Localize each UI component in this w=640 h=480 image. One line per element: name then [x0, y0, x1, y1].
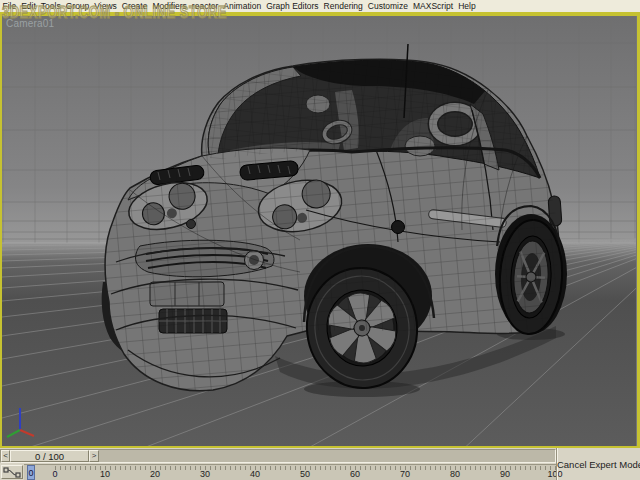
menu-item-edit[interactable]: Edit	[19, 1, 39, 11]
menu-item-tools[interactable]: Tools	[38, 1, 63, 11]
frame-tick-label-50: 50	[300, 469, 310, 479]
expert-mode-panel: Cancel Expert Mode	[560, 448, 640, 480]
menu-item-rendering[interactable]: Rendering	[321, 1, 365, 11]
track-bar-ruler[interactable]: 0 0102030405060708090100	[24, 464, 556, 480]
menu-item-reactor[interactable]: reactor	[189, 1, 220, 11]
right-arrow-icon: >	[92, 451, 97, 460]
frame-tick-label-70: 70	[400, 469, 410, 479]
time-slider-handle[interactable]: 0 / 100	[10, 450, 89, 462]
frame-tick-label-80: 80	[450, 469, 460, 479]
menu-item-file[interactable]: File	[0, 1, 19, 11]
curve-editor-icon	[3, 467, 21, 478]
track-bar: 0 0102030405060708090100	[0, 464, 556, 480]
viewport-frame: Camera01	[0, 12, 640, 448]
frame-tick-label-10: 10	[100, 469, 110, 479]
menu-item-create[interactable]: Create	[119, 1, 150, 11]
current-frame-marker[interactable]: 0	[27, 465, 35, 480]
menu-item-animation[interactable]: Animation	[221, 1, 264, 11]
bottom-bar: < 0 / 100 > 0 0102030405060708090100 Can…	[0, 448, 640, 480]
frame-tick-label-90: 90	[500, 469, 510, 479]
menu-item-modifiers[interactable]: Modifiers	[150, 1, 189, 11]
frame-tick-label-20: 20	[150, 469, 160, 479]
viewport-canvas	[2, 16, 636, 446]
menu-item-help[interactable]: Help	[456, 1, 478, 11]
time-slider-track[interactable]: < 0 / 100 >	[0, 449, 556, 463]
next-frame-button[interactable]: >	[89, 450, 99, 462]
viewport-label[interactable]: Camera01	[6, 18, 54, 29]
previous-frame-button[interactable]: <	[1, 450, 10, 462]
menu-item-views[interactable]: Views	[92, 1, 120, 11]
cancel-expert-mode-button[interactable]: Cancel Expert Mode	[557, 459, 640, 470]
menu-item-maxscript[interactable]: MAXScript	[410, 1, 455, 11]
frame-tick-label-60: 60	[350, 469, 360, 479]
menu-bar: FileEditToolsGroupViewsCreateModifiersre…	[0, 0, 640, 12]
menu-item-customize[interactable]: Customize	[365, 1, 410, 11]
mini-curve-editor-button[interactable]	[1, 465, 23, 479]
frame-tick-label-30: 30	[200, 469, 210, 479]
axis-tripod-icon	[4, 404, 38, 438]
viewport-camera01[interactable]: Camera01	[2, 16, 637, 446]
frame-tick-label-0: 0	[52, 469, 57, 479]
menu-item-graph-editors[interactable]: Graph Editors	[264, 1, 321, 11]
frame-tick-label-40: 40	[250, 469, 260, 479]
left-arrow-icon: <	[3, 451, 8, 460]
menu-item-group[interactable]: Group	[63, 1, 92, 11]
